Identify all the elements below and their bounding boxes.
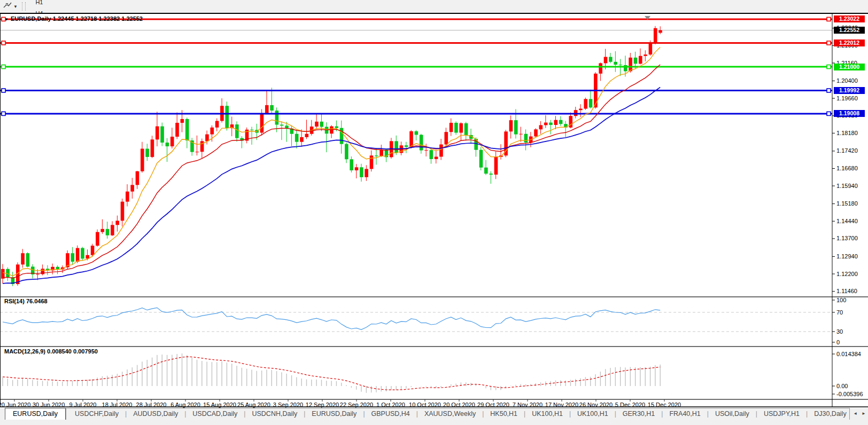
- tab-dj30-daily[interactable]: DJ30,Daily: [808, 408, 850, 420]
- tab-usdchf-daily[interactable]: USDCHF,Daily: [68, 408, 125, 420]
- tab-scroll-buttons: ◄ ►: [851, 408, 868, 419]
- chart-tab-bar: EURUSD,Daily USDCHF,Daily|AUDUSD,Daily|U…: [0, 408, 868, 425]
- inactive-tabs-strip: USDCHF,Daily|AUDUSD,Daily|USDCAD,Daily|U…: [66, 408, 850, 420]
- tab-usoil-daily[interactable]: USOil,Daily: [709, 408, 756, 420]
- chart-window: ▼EURUSD,Daily 1.22445 1.22718 1.22382 1.…: [0, 13, 868, 408]
- chevron-down-icon[interactable]: ▼: [13, 4, 18, 9]
- toolbar: ▼ M1M5M15M30H1H4D1W1MN: [0, 0, 868, 13]
- tab-scroll-right-icon[interactable]: ►: [859, 408, 868, 419]
- chart-canvas[interactable]: [0, 13, 868, 408]
- tab-xauusd-weekly[interactable]: XAUUSD,Weekly: [418, 408, 482, 420]
- tab-uk100-h1[interactable]: UK100,H1: [571, 408, 615, 420]
- tab-fra40-h1[interactable]: FRA40,H1: [663, 408, 707, 420]
- tab-gbpusd-h4[interactable]: GBPUSD,H4: [365, 408, 416, 420]
- tab-eurusd-daily[interactable]: EURUSD,Daily: [305, 408, 363, 420]
- mt4-window: ▼ M1M5M15M30H1H4D1W1MN ▼EURUSD,Daily 1.2…: [0, 0, 868, 425]
- tab-usdcad-daily[interactable]: USDCAD,Daily: [186, 408, 244, 420]
- draw-tool-button[interactable]: ▼: [1, 1, 20, 12]
- tab-usdjpy-h1[interactable]: USDJPY,H1: [757, 408, 806, 420]
- tab-audusd-daily[interactable]: AUDUSD,Daily: [127, 408, 184, 420]
- tab-uk100-h1[interactable]: UK100,H1: [525, 408, 569, 420]
- toolbar-grip[interactable]: [22, 2, 26, 11]
- tab-hk50-h1[interactable]: HK50,H1: [484, 408, 524, 420]
- tab-usdcnh-daily[interactable]: USDCNH,Daily: [245, 408, 304, 420]
- tab-ger30-h1[interactable]: GER30,H1: [616, 408, 661, 420]
- tab-scroll-left-icon[interactable]: ◄: [851, 408, 859, 419]
- crosshair-tool-icon: [3, 2, 12, 11]
- tab-eurusd-daily-active[interactable]: EURUSD,Daily: [5, 408, 66, 420]
- timeframe-button-h1[interactable]: H1: [29, 0, 49, 8]
